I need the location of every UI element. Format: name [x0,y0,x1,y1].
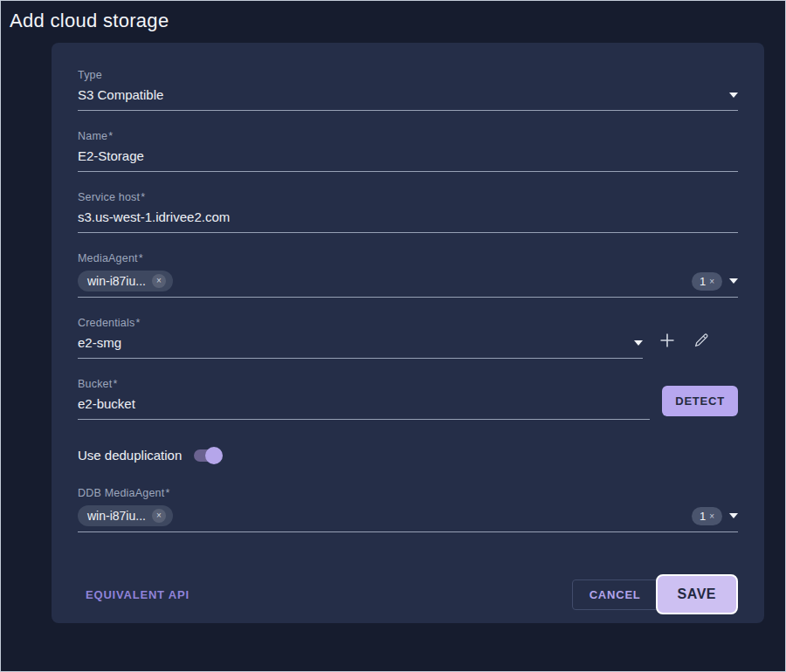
required-mark: * [113,378,117,390]
ddb-media-agent-count-badge[interactable]: 1 × [692,507,722,525]
pencil-icon [693,332,710,349]
service-host-value: s3.us-west-1.idrivee2.com [78,209,738,224]
cancel-button[interactable]: CANCEL [572,579,658,610]
type-select[interactable]: S3 Compatible [78,87,738,111]
field-type: Type S3 Compatible [78,69,738,111]
type-label: Type [78,69,738,81]
dedup-toggle[interactable] [194,449,220,462]
media-agent-count-badge[interactable]: 1 × [692,272,722,291]
chevron-down-icon[interactable] [729,513,738,518]
required-mark: * [135,317,140,329]
ddb-media-agent-label-text: DDB MediaAgent [78,487,164,499]
add-credentials-button[interactable] [658,331,677,350]
dialog-footer: EQUIVALENT API CANCEL SAVE [78,574,738,614]
media-agent-label: MediaAgent* [78,252,738,264]
credentials-select[interactable]: e2-smg [78,335,643,359]
ddb-media-agent-multiselect[interactable]: win-i87iu... × 1 × [78,505,738,532]
ddb-media-agent-chip[interactable]: win-i87iu... × [78,505,173,526]
media-agent-chip[interactable]: win-i87iu... × [78,271,173,291]
field-name: Name* E2-Storage [78,130,738,172]
name-label: Name* [78,130,738,142]
service-host-label-text: Service host [78,191,140,203]
media-agent-chips: win-i87iu... × [78,271,692,291]
page-title: Add cloud storage [10,10,785,32]
name-value: E2-Storage [78,148,738,163]
equivalent-api-link[interactable]: EQUIVALENT API [86,588,190,601]
chip-label: win-i87iu... [87,509,146,523]
count-clear-icon[interactable]: × [709,277,714,286]
chevron-down-icon[interactable] [729,278,738,284]
name-input[interactable]: E2-Storage [78,148,738,172]
plus-icon [658,332,676,349]
detect-button[interactable]: DETECT [662,386,738,416]
ddb-media-agent-label: DDB MediaAgent* [78,487,738,499]
required-mark: * [139,252,143,264]
type-label-text: Type [78,69,102,81]
dialog-header: Add cloud storage [1,1,785,43]
chip-label: win-i87iu... [87,274,146,288]
field-credentials: Credentials* e2-smg [78,317,738,359]
media-agent-label-text: MediaAgent [78,252,138,264]
dedup-row: Use deduplication [78,448,738,463]
credentials-label-text: Credentials [78,317,134,329]
bucket-input[interactable]: e2-bucket [78,396,650,420]
name-label-text: Name [78,130,107,142]
add-cloud-storage-dialog: Add cloud storage Type S3 Compatible Nam… [0,0,786,672]
dedup-label: Use deduplication [78,448,182,463]
footer-actions: CANCEL SAVE [572,574,738,614]
chevron-down-icon[interactable] [729,93,738,98]
chevron-down-icon[interactable] [634,340,643,346]
count-value: 1 [700,275,706,288]
chip-remove-icon[interactable]: × [152,509,166,523]
type-value: S3 Compatible [78,87,722,102]
bucket-main: Bucket* e2-bucket [78,378,650,420]
chip-remove-icon[interactable]: × [152,274,166,288]
required-mark: * [108,130,113,142]
toggle-knob [205,447,223,464]
form-panel: Type S3 Compatible Name* E2-Storage Serv… [52,43,764,623]
field-media-agent: MediaAgent* win-i87iu... × 1 × [78,252,738,298]
service-host-input[interactable]: s3.us-west-1.idrivee2.com [78,209,738,233]
credentials-value: e2-smg [78,335,627,350]
credentials-label: Credentials* [78,317,643,329]
field-ddb-media-agent: DDB MediaAgent* win-i87iu... × 1 × [78,487,738,532]
required-mark: * [165,487,169,499]
service-host-label: Service host* [78,191,738,203]
required-mark: * [141,191,145,203]
credentials-main: Credentials* e2-smg [78,317,643,359]
bucket-label-text: Bucket [78,378,112,390]
bucket-label: Bucket* [78,378,650,390]
count-value: 1 [700,510,706,523]
media-agent-multiselect[interactable]: win-i87iu... × 1 × [78,271,738,298]
field-bucket: Bucket* e2-bucket DETECT [78,378,738,420]
save-button[interactable]: SAVE [656,574,738,614]
field-service-host: Service host* s3.us-west-1.idrivee2.com [78,191,738,233]
ddb-media-agent-chips: win-i87iu... × [78,505,692,526]
count-clear-icon[interactable]: × [709,511,714,521]
bucket-value: e2-bucket [78,396,650,411]
edit-credentials-button[interactable] [692,331,711,350]
